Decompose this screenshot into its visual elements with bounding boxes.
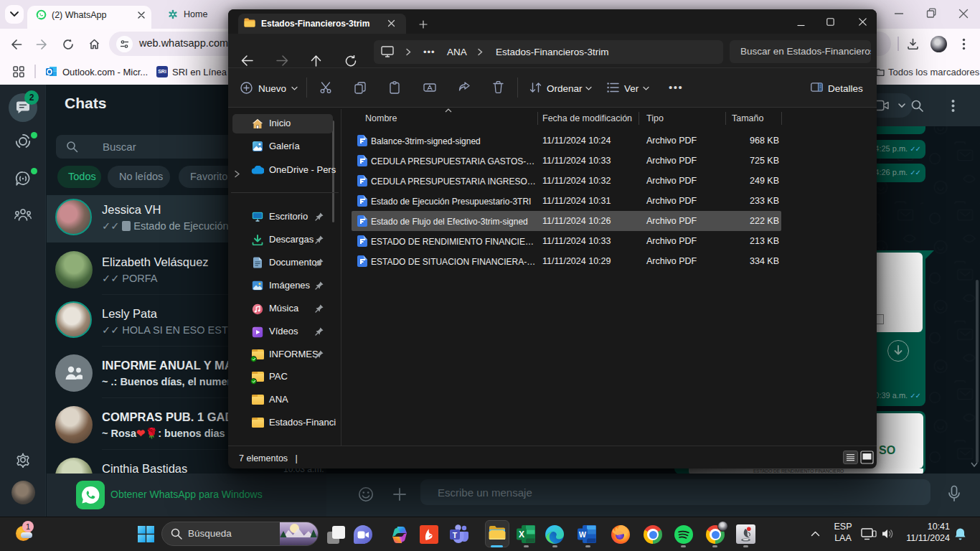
svg-text:T: T — [453, 531, 458, 540]
svg-text:W: W — [579, 530, 586, 539]
svg-text:X: X — [519, 529, 524, 540]
